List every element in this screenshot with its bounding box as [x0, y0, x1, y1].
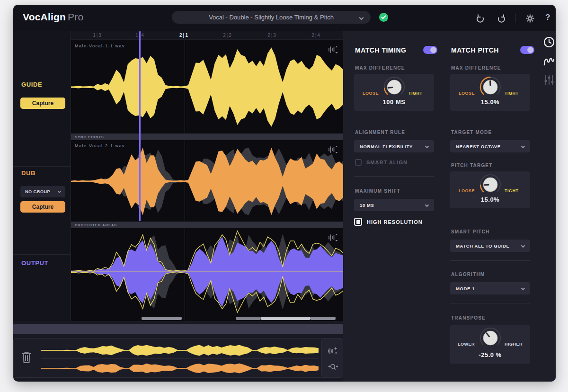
dub-group-select[interactable]: NO GROUP	[20, 186, 65, 197]
timeline-tick: 2|3	[267, 33, 276, 38]
protected-areas-bar[interactable]: PROTECTED AREAS	[71, 222, 343, 228]
smart-pitch-dropdown[interactable]: MATCH ALL TO GUIDE	[450, 240, 530, 252]
tab-timing-clock-icon[interactable]	[543, 36, 555, 48]
smart-pitch-label: SMART PITCH	[451, 229, 490, 234]
target-mode-value: NEAREST OCTAVE	[456, 144, 501, 149]
alignment-rule-label: ALIGNMENT RULE	[355, 130, 405, 135]
pitch-max-difference-label: MAX DIFFERENCE	[451, 65, 501, 71]
sync-points-bar[interactable]: SYNC POINTS	[71, 134, 343, 140]
chevron-down-icon	[58, 190, 61, 193]
pitch-target-label: PITCH TARGET	[451, 163, 493, 168]
guide-capture-button[interactable]: Capture	[20, 98, 65, 109]
app-logo: VocAlignPro	[23, 11, 83, 23]
overview-dub-waveform	[41, 360, 319, 376]
knob-timing-max-svg	[380, 75, 408, 99]
timeline-tick: 2|4	[311, 33, 320, 38]
dub-capture-button[interactable]: Capture	[20, 201, 65, 213]
chevron-down-icon	[359, 16, 364, 20]
dub-track-filename: Male-Vocal-2-1.wav	[75, 143, 125, 148]
horizontal-scrollbar[interactable]	[13, 324, 343, 334]
alignment-rule-dropdown[interactable]: NORMAL FLEXIBILITY	[354, 140, 434, 152]
checkbox-unchecked-icon	[355, 159, 362, 166]
divider	[450, 120, 530, 120]
output-section-label: OUTPUT	[21, 259, 48, 267]
waveform-fit-icon[interactable]	[328, 233, 338, 242]
overview-row-divider	[41, 358, 319, 359]
smart-align-label: SMART ALIGN	[366, 160, 408, 165]
dub-section-label: DUB	[21, 169, 36, 177]
guide-track[interactable]: Male-Vocal-1-1.wav	[71, 40, 343, 134]
checkbox-checked-icon	[354, 218, 362, 226]
algorithm-value: MODE 1	[456, 286, 475, 291]
zoom-icon[interactable]	[327, 362, 338, 372]
playhead-cursor[interactable]	[139, 31, 141, 221]
algorithm-dropdown[interactable]: MODE 1	[450, 282, 530, 294]
waveform-sparkle-icon[interactable]	[327, 346, 338, 356]
smart-align-checkbox[interactable]: SMART ALIGN	[355, 159, 408, 166]
match-timing-title: MATCH TIMING	[355, 46, 406, 54]
timing-max-difference-label: MAX DIFFERENCE	[355, 65, 405, 71]
ov-guide-svg	[41, 342, 319, 358]
knob-tight-label: TIGHT	[505, 91, 526, 96]
high-resolution-checkbox[interactable]: HIGH RESOLUTION	[354, 218, 423, 226]
target-mode-dropdown[interactable]: NEAREST OCTAVE	[450, 140, 530, 152]
trash-icon[interactable]	[21, 351, 32, 364]
pitch-target-knob[interactable]	[476, 172, 505, 197]
divider	[450, 218, 530, 218]
track-dub-svg	[71, 140, 343, 222]
preset-dropdown[interactable]: Vocal - Double - Slightly Loose Timing &…	[172, 11, 371, 24]
status-ok-badge	[379, 13, 388, 22]
chevron-down-icon	[521, 286, 525, 290]
high-resolution-label: HIGH RESOLUTION	[367, 219, 423, 225]
gear-icon[interactable]	[525, 14, 535, 23]
dub-waveform	[71, 140, 343, 222]
protected-areas-label: PROTECTED AREAS	[71, 223, 117, 227]
waveform-fit-icon[interactable]	[328, 45, 338, 54]
maximum-shift-dropdown[interactable]: 10 MS	[354, 199, 434, 211]
redo-button[interactable]	[497, 14, 506, 23]
knob-loose-label: LOOSE	[358, 91, 379, 96]
guide-waveform	[71, 40, 343, 134]
maximum-shift-value: 10 MS	[360, 203, 374, 208]
song-overview[interactable]	[13, 338, 343, 378]
processing-region-bar	[142, 317, 182, 320]
timeline-ruler[interactable]: 1|31|42|12|22|32|4	[71, 31, 343, 40]
undo-button[interactable]	[475, 14, 485, 23]
transpose-knob[interactable]	[476, 326, 505, 350]
waveform-fit-icon[interactable]	[328, 145, 338, 154]
chevron-down-icon	[521, 244, 525, 248]
top-bar: VocAlignPro Vocal - Double - Slightly Lo…	[13, 5, 556, 31]
help-button[interactable]: ?	[545, 13, 550, 22]
timeline-tick: 1|3	[93, 33, 101, 38]
dub-track[interactable]: Male-Vocal-2-1.wav	[71, 140, 343, 222]
pitch-target-card: LOOSE TIGHT 15.0%	[450, 171, 530, 208]
knob-lower-label: LOWER	[454, 342, 475, 347]
match-timing-toggle[interactable]	[423, 46, 437, 54]
divider	[354, 120, 434, 120]
sync-points-label: SYNC POINTS	[71, 135, 104, 139]
timing-max-difference-knob[interactable]	[380, 75, 408, 99]
transpose-value: -25.0 %	[450, 351, 530, 358]
pitch-max-difference-knob[interactable]	[476, 75, 505, 99]
track-output-svg	[71, 228, 343, 321]
track-guide-svg	[71, 40, 343, 134]
waveform-area: 1|31|42|12|22|32|4 Male-Vocal-1-1.wav SY…	[71, 31, 343, 321]
match-pitch-toggle[interactable]	[520, 46, 534, 54]
transpose-label: TRANSPOSE	[451, 315, 486, 321]
processing-region-bar	[236, 317, 261, 320]
output-track[interactable]	[71, 228, 343, 321]
knob-tight-label: TIGHT	[505, 188, 526, 193]
tab-settings-sliders-icon[interactable]	[543, 74, 555, 86]
algorithm-label: ALGORITHM	[451, 272, 485, 277]
chevron-down-icon	[425, 203, 429, 207]
processing-region-bar	[261, 317, 311, 320]
pitch-max-difference-value: 15.0%	[450, 98, 530, 106]
guide-section-label: GUIDE	[21, 81, 42, 88]
knob-transpose-svg	[476, 326, 505, 350]
target-mode-label: TARGET MODE	[451, 130, 492, 135]
tab-pitch-wave-icon[interactable]	[543, 55, 555, 67]
pitch-max-difference-card: LOOSE TIGHT 15.0%	[450, 74, 530, 111]
chevron-down-icon	[425, 144, 429, 148]
divider	[450, 303, 530, 303]
smart-pitch-value: MATCH ALL TO GUIDE	[456, 243, 509, 249]
